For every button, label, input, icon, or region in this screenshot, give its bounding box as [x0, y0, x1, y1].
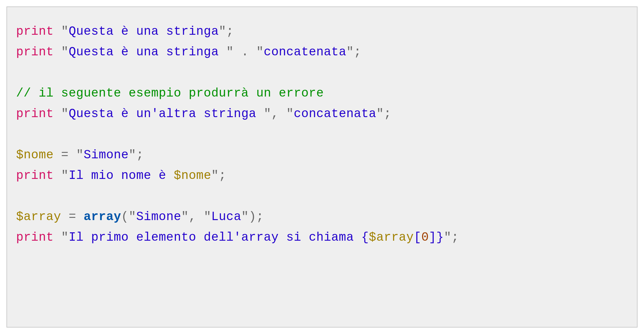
string-literal: Simone [84, 148, 129, 162]
keyword-print: print [16, 45, 54, 59]
string-literal: Questa è un'altra stringa [69, 107, 264, 121]
keyword-print: print [16, 107, 54, 121]
string-literal: Il mio nome è [69, 169, 174, 182]
code-line-5: $nome = "Simone"; [16, 148, 144, 162]
function-array: array [84, 210, 121, 224]
comment: // il seguente esempio produrrà un error… [16, 86, 324, 100]
variable-nome: $nome [16, 148, 54, 162]
string-literal: Il primo elemento dell'array si chiama [69, 230, 361, 244]
string-literal: Simone [136, 210, 181, 224]
code-content: print "Questa è una stringa"; print "Que… [16, 21, 628, 248]
code-line-7: $array = array("Simone", "Luca"); [16, 210, 264, 224]
string-literal: concatenata [294, 107, 376, 121]
bracket-open: [ [414, 230, 421, 244]
code-line-8: print "Il primo elemento dell'array si c… [16, 230, 459, 244]
variable-array: $array [369, 230, 414, 244]
brace-open: { [361, 230, 369, 244]
keyword-print: print [16, 169, 54, 182]
brace-close: } [436, 230, 444, 244]
keyword-print: print [16, 24, 54, 38]
number-literal: 0 [421, 230, 429, 244]
variable-array: $array [16, 210, 61, 224]
variable-nome: $nome [174, 169, 211, 182]
keyword-print: print [16, 230, 54, 244]
string-literal: Questa è una stringa [69, 24, 219, 38]
code-line-1: print "Questa è una stringa"; [16, 24, 234, 38]
code-block: print "Questa è una stringa"; print "Que… [6, 6, 638, 328]
string-literal: concatenata [264, 45, 346, 59]
bracket-close: ] [429, 230, 436, 244]
code-line-2: print "Questa è una stringa " . "concate… [16, 45, 361, 59]
string-literal: Luca [211, 210, 241, 224]
code-line-4: print "Questa è un'altra stringa ", "con… [16, 107, 391, 121]
code-line-6: print "Il mio nome è $nome"; [16, 169, 226, 182]
string-literal: Questa è una stringa [69, 45, 226, 59]
code-line-3: // il seguente esempio produrrà un error… [16, 86, 324, 100]
